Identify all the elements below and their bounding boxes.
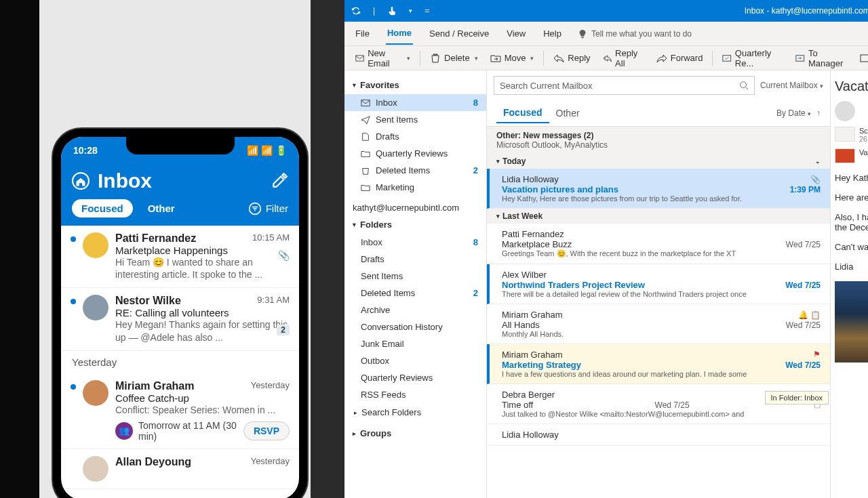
quick-step-to-manager[interactable]: To Manager [791, 45, 852, 71]
quick-step-icon [795, 53, 805, 64]
message-item[interactable]: ⚐ Debra Berger Time offWed 7/25▢ Just ta… [487, 384, 830, 424]
mail-icon [355, 53, 364, 64]
unread-dot [71, 384, 76, 390]
folder-conv-history[interactable]: Conversation History [344, 318, 486, 335]
rsvp-button[interactable]: RSVP [243, 421, 290, 440]
menu-help[interactable]: Help [542, 23, 563, 44]
tell-me-search[interactable]: Tell me what you want to do [578, 29, 692, 39]
quick-step-quarterly[interactable]: Quarterly Re... [718, 45, 787, 71]
avatar [83, 456, 108, 482]
menu-home[interactable]: Home [386, 22, 413, 45]
folder-archive[interactable]: Archive [344, 302, 486, 318]
svg-rect-3 [861, 55, 868, 62]
folder-sent[interactable]: Sent Items [344, 268, 486, 285]
mobile-message-item[interactable]: Miriam GrahamYesterday Coffee Catch-up C… [61, 373, 299, 449]
nav-deleted[interactable]: Deleted Items2 [344, 162, 486, 179]
unread-dot [71, 236, 76, 242]
group-today[interactable]: ▾Today⌄ [487, 154, 830, 169]
laptop-frame: | ▾ = Inbox - kathyt@lucernepubintl.com … [311, 0, 868, 498]
folder-icon [361, 183, 370, 192]
sort-direction-icon[interactable]: ↑ [816, 108, 821, 118]
tab-other[interactable]: Other [549, 104, 587, 123]
ribbon: New Email▾ Delete▾ Move▾ Reply Reply All… [344, 46, 868, 70]
mail-icon [860, 53, 868, 64]
flag-icon: ⚑ [813, 350, 821, 359]
nav-drafts[interactable]: Drafts [344, 128, 486, 145]
nav-inbox[interactable]: Inbox8 [344, 94, 486, 111]
mobile-message-item[interactable]: Allan DeyoungYesterday [61, 449, 299, 489]
message-list: Search Current Mailbox Current Mailbox ▾… [487, 70, 831, 498]
tooltip: In Folder: Inbox [765, 391, 829, 404]
message-item[interactable]: Miriam Graham🔔 📋 All HandsWed 7/25 Month… [487, 304, 830, 344]
attachment-chip[interactable] [835, 127, 855, 142]
outlook-desktop: | ▾ = Inbox - kathyt@lucernepubintl.com … [344, 0, 868, 498]
nav-marketing[interactable]: Marketing [344, 179, 486, 196]
reply-button[interactable]: Reply [549, 50, 594, 66]
folder-inbox[interactable]: Inbox8 [344, 234, 486, 251]
delete-button[interactable]: Delete▾ [426, 50, 482, 66]
more-button[interactable] [856, 50, 868, 66]
search-scope[interactable]: Current Mailbox ▾ [760, 81, 823, 90]
account-label[interactable]: kathyt@lucernepubintl.com [344, 196, 486, 215]
menu-send-receive[interactable]: Send / Receive [428, 23, 490, 44]
groups-header[interactable]: ▸Groups [344, 421, 486, 442]
mobile-header: Inbox Focused Other Filter [61, 164, 299, 226]
folder-outbox[interactable]: Outbox [344, 352, 486, 369]
svg-rect-1 [723, 55, 731, 60]
attachment-chip-ppt[interactable] [835, 148, 855, 163]
folder-junk[interactable]: Junk Email [344, 335, 486, 352]
other-inbox-preview[interactable]: Other: New messages (2) Microsoft Outloo… [487, 127, 830, 154]
sort-by-date[interactable]: By Date ▾ [776, 108, 811, 118]
bulb-icon [578, 29, 587, 39]
outlook-mobile: 10:28 📶 📶 🔋 Inbox Focused Other Filter [61, 137, 299, 498]
mobile-message-item[interactable]: Nestor Wilke9:31 AM RE: Calling all volu… [61, 288, 299, 350]
svg-point-5 [741, 82, 747, 88]
compose-icon[interactable] [271, 172, 288, 190]
attachment-icon: 📎 [810, 175, 821, 184]
move-button[interactable]: Move▾ [486, 50, 538, 66]
message-item[interactable]: Alex Wilber Northwind Traders Project Re… [487, 264, 830, 304]
filter-button[interactable]: Filter [248, 202, 288, 215]
sync-icon[interactable] [351, 6, 361, 16]
folder-quarterly[interactable]: Quarterly Reviews [344, 369, 486, 386]
new-email-button[interactable]: New Email▾ [351, 45, 414, 71]
nav-quarterly[interactable]: Quarterly Reviews [344, 145, 486, 162]
folder-drafts[interactable]: Drafts [344, 251, 486, 268]
sent-icon [361, 115, 370, 125]
svg-rect-0 [356, 55, 364, 60]
home-icon[interactable] [72, 172, 90, 190]
group-last-week[interactable]: ▾Last Week [487, 209, 830, 224]
avatar [83, 380, 108, 406]
clock: 10:28 [73, 145, 98, 156]
nav-sent[interactable]: Sent Items [344, 111, 486, 128]
folder-icon [361, 149, 370, 159]
avatar [83, 232, 108, 258]
touch-icon[interactable] [387, 6, 397, 16]
group-yesterday: Yesterday [61, 351, 299, 373]
message-item[interactable]: Lidia Holloway [487, 424, 830, 446]
reading-subject: Vacati [835, 79, 868, 94]
teams-icon: 👥 [115, 422, 133, 440]
mobile-tab-focused[interactable]: Focused [72, 199, 133, 217]
tab-focused[interactable]: Focused [496, 103, 549, 123]
mobile-message-item[interactable]: Patti Fernandez10:15 AM Marketplace Happ… [61, 226, 299, 288]
folders-header[interactable]: ▸Folders [344, 215, 486, 234]
reply-all-icon [603, 53, 612, 64]
message-item[interactable]: Patti Fernandez Marketplace BuzzWed 7/25… [487, 224, 830, 264]
forward-button[interactable]: Forward [652, 50, 707, 66]
reading-pane: Vacati Sc26 Va Hey Kath Here are Also, I… [831, 70, 868, 498]
menu-view[interactable]: View [505, 23, 527, 44]
message-item[interactable]: Lidia Holloway📎 Vacation pictures and pl… [487, 169, 830, 209]
count-badge: 2 [277, 325, 290, 335]
folder-rss[interactable]: RSS Feeds [344, 386, 486, 403]
message-item[interactable]: ⚑ Miriam Graham Marketing StrategyWed 7/… [487, 344, 830, 384]
mobile-tab-other[interactable]: Other [138, 199, 184, 217]
favorites-header[interactable]: ▸Favorites [344, 76, 486, 94]
filter-icon [248, 202, 262, 215]
search-input[interactable]: Search Current Mailbox [494, 76, 755, 95]
menu-file[interactable]: File [354, 23, 371, 44]
quick-step-icon [722, 53, 732, 64]
reply-all-button[interactable]: Reply All [599, 45, 648, 71]
search-folders[interactable]: ▸Search Folders [344, 403, 486, 421]
folder-deleted[interactable]: Deleted Items2 [344, 285, 486, 302]
